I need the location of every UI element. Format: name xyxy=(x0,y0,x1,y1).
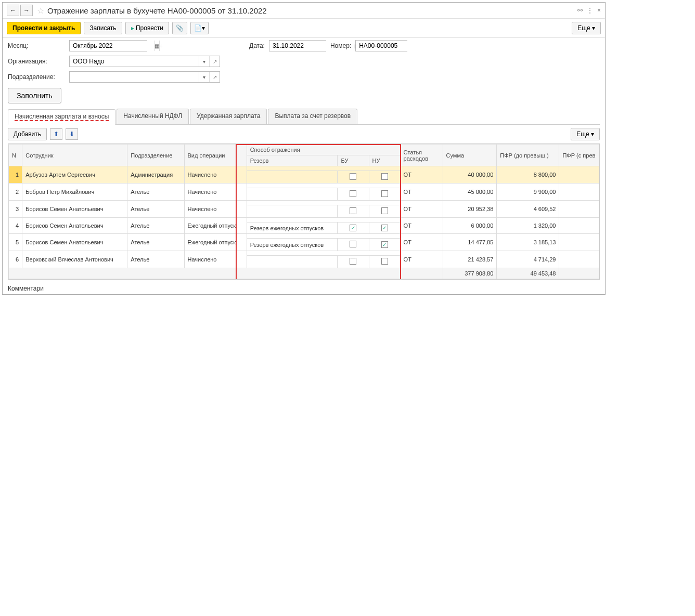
post-close-button[interactable]: Провести и закрыть xyxy=(7,22,81,34)
col-op[interactable]: Вид операции xyxy=(184,145,247,166)
month-label: Месяц: xyxy=(8,42,65,49)
nav-forward-button[interactable]: → xyxy=(20,5,33,16)
main-table-wrap: N Сотрудник Подразделение Вид операции С… xyxy=(8,143,600,280)
post-button[interactable]: ▸ Провести xyxy=(125,22,169,34)
star-icon[interactable]: ☆ xyxy=(37,6,44,16)
page-title: Отражение зарплаты в бухучете НА00-00000… xyxy=(47,6,577,15)
org-label: Организация: xyxy=(8,58,65,65)
link-icon[interactable]: ⚯ xyxy=(577,7,583,14)
checkbox[interactable] xyxy=(350,241,356,247)
total-sum: 377 908,80 xyxy=(443,268,497,279)
close-icon[interactable]: × xyxy=(597,7,601,14)
checkbox[interactable] xyxy=(350,207,356,214)
col-dept[interactable]: Подразделение xyxy=(127,145,184,166)
move-down-button[interactable]: ⬇ xyxy=(66,128,78,140)
checkbox[interactable] xyxy=(381,173,388,180)
col-refl[interactable]: Способ отражения xyxy=(247,145,400,155)
table-row[interactable]: 4 Борисов Семен АнатольевичАтельеЕжегодн… xyxy=(9,218,599,222)
number-label: Номер: xyxy=(330,42,351,49)
col-reserve[interactable]: Резерв xyxy=(247,155,338,166)
table-row[interactable]: 6 Верховский Вячеслав АнтоновичАтельеНач… xyxy=(9,251,599,256)
table-row[interactable]: 2 Бобров Петр МихайловичАтельеНачислено … xyxy=(9,184,599,188)
checkbox[interactable]: ✓ xyxy=(381,225,388,231)
titlebar: ← → ☆ Отражение зарплаты в бухучете НА00… xyxy=(3,3,605,19)
table-row[interactable]: 5 Борисов Семен АнатольевичАтельеЕжегодн… xyxy=(9,234,599,239)
main-window: ← → ☆ Отражение зарплаты в бухучете НА00… xyxy=(2,2,606,295)
dept-label: Подразделение: xyxy=(8,73,65,81)
write-button[interactable]: Записать xyxy=(84,22,122,34)
add-button[interactable]: Добавить xyxy=(8,128,47,140)
move-up-button[interactable]: ⬆ xyxy=(50,128,62,140)
tab-accrued-salary[interactable]: Начисленная зарплата и взносы xyxy=(8,109,115,125)
table-row[interactable]: 3 Борисов Семен АнатольевичАтельеНачисле… xyxy=(9,201,599,205)
checkbox[interactable] xyxy=(350,173,356,180)
tab-withheld[interactable]: Удержанная зарплата xyxy=(190,109,267,124)
checkbox[interactable] xyxy=(381,258,388,265)
dept-input[interactable] xyxy=(70,72,199,82)
menu-icon[interactable]: ⋮ xyxy=(587,7,593,14)
checkbox[interactable] xyxy=(381,207,388,214)
open-icon[interactable]: ↗ xyxy=(209,72,220,82)
checkbox[interactable] xyxy=(350,258,356,265)
main-table: N Сотрудник Подразделение Вид операции С… xyxy=(8,144,599,279)
col-sum[interactable]: Сумма xyxy=(443,145,497,166)
tab-ndfl[interactable]: Начисленный НДФЛ xyxy=(117,109,189,124)
post-icon: ▸ xyxy=(131,24,134,32)
month-input[interactable] xyxy=(70,41,154,51)
number-input[interactable] xyxy=(356,41,440,51)
col-bu[interactable]: БУ xyxy=(338,155,369,166)
checkbox[interactable]: ✓ xyxy=(381,241,388,248)
table-more-button[interactable]: Еще ▾ xyxy=(571,128,600,140)
table-row[interactable]: 1 Арбузов Артем СергеевичАдминистрацияНа… xyxy=(9,166,599,171)
more-button[interactable]: Еще ▾ xyxy=(572,22,601,34)
toolbar: Провести и закрыть Записать ▸ Провести 📎… xyxy=(3,19,605,38)
col-cost[interactable]: Статья расходов xyxy=(400,145,443,166)
comment-label: Комментари xyxy=(8,285,44,292)
col-nu[interactable]: НУ xyxy=(369,155,400,166)
col-emp[interactable]: Сотрудник xyxy=(22,145,127,166)
col-pfr-below[interactable]: ПФР (до превыш.) xyxy=(497,145,559,166)
tab-strip: Начисленная зарплата и взносы Начисленны… xyxy=(8,109,600,125)
nav-back-button[interactable]: ← xyxy=(7,5,19,16)
dropdown-icon[interactable]: ▾ xyxy=(199,56,209,67)
date-label: Дата: xyxy=(249,42,265,49)
org-input[interactable] xyxy=(70,56,199,67)
fill-button[interactable]: Заполнить xyxy=(8,88,61,103)
tab-reserve-payout[interactable]: Выплата за счет резервов xyxy=(268,109,357,124)
col-n[interactable]: N xyxy=(9,145,22,166)
checkbox[interactable] xyxy=(381,190,388,197)
dropdown-icon[interactable]: ▾ xyxy=(199,72,209,82)
checkbox[interactable]: ✓ xyxy=(350,225,356,231)
stepper-icon[interactable]: ÷ xyxy=(159,41,163,51)
extra-button[interactable]: 📄▾ xyxy=(190,22,209,34)
attach-button[interactable]: 📎 xyxy=(172,22,187,34)
checkbox[interactable] xyxy=(350,190,356,197)
open-icon[interactable]: ↗ xyxy=(209,56,220,67)
col-pfr-above[interactable]: ПФР (с прев xyxy=(559,145,599,166)
calendar-icon[interactable]: ▦ xyxy=(154,41,159,51)
total-pfr: 49 453,48 xyxy=(497,268,559,279)
